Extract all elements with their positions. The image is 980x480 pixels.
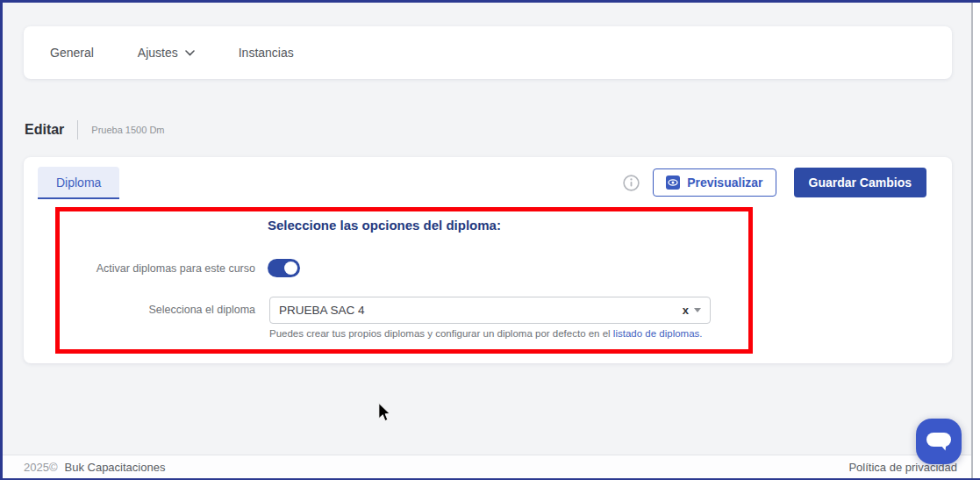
toggle-field-label: Activar diplomas para este curso — [50, 262, 255, 275]
diploma-panel: Diploma Previsualizar — [24, 157, 952, 363]
preview-button[interactable]: Previsualizar — [653, 168, 776, 197]
window-frame-top — [0, 0, 980, 3]
nav-tab-instancias[interactable]: Instancias — [239, 46, 294, 60]
section-heading: Seleccione las opciones del diploma: — [268, 218, 501, 233]
save-changes-label: Guardar Cambios — [809, 176, 912, 190]
preview-button-label: Previsualizar — [687, 176, 762, 190]
mouse-cursor — [377, 403, 391, 426]
nav-tab-ajustes[interactable]: Ajustes — [138, 46, 195, 60]
footer-year: 2025© — [24, 461, 58, 474]
chat-bubble-icon — [925, 430, 953, 454]
clear-selection-icon[interactable]: x — [677, 304, 694, 317]
nav-tab-instancias-label: Instancias — [239, 46, 294, 60]
chat-launcher-button[interactable] — [916, 419, 962, 464]
footer-company: Buk Capacitaciones — [65, 461, 166, 474]
help-text-body: Puedes crear tus propios diplomas y conf… — [269, 328, 613, 339]
activate-diplomas-toggle[interactable] — [268, 259, 300, 277]
diploma-list-link[interactable]: listado de diplomas. — [613, 328, 703, 339]
breadcrumb: Editar Prueba 1500 Dm — [25, 120, 165, 140]
diploma-select[interactable]: PRUEBA SAC 4 x — [269, 297, 711, 324]
diploma-select-value: PRUEBA SAC 4 — [270, 304, 677, 317]
course-name: Prueba 1500 Dm — [91, 125, 164, 135]
chevron-down-icon — [185, 50, 195, 56]
select-help-text: Puedes crear tus propios diplomas y conf… — [269, 328, 703, 339]
window-frame-left — [0, 0, 3, 480]
eye-preview-icon — [666, 176, 680, 190]
save-changes-button[interactable]: Guardar Cambios — [794, 168, 926, 197]
caret-down-icon[interactable] — [694, 308, 701, 312]
panel-actions: Previsualizar Guardar Cambios — [623, 168, 926, 197]
footer: 2025© Buk Capacitaciones Política de pri… — [3, 455, 971, 478]
nav-tab-general[interactable]: General — [50, 46, 94, 60]
top-navigation: General Ajustes Instancias — [24, 26, 952, 79]
tab-diploma-label: Diploma — [56, 176, 101, 190]
app-window: General Ajustes Instancias Editar Prueba… — [0, 0, 980, 480]
toggle-knob — [284, 261, 297, 275]
nav-tab-ajustes-label: Ajustes — [138, 46, 178, 60]
select-field-label: Selecciona el diploma — [50, 304, 255, 316]
breadcrumb-divider — [77, 120, 78, 140]
info-icon[interactable] — [623, 175, 640, 191]
tab-diploma[interactable]: Diploma — [38, 167, 119, 199]
right-edge-line — [971, 3, 973, 478]
page-title: Editar — [25, 122, 64, 138]
right-gutter — [973, 3, 980, 478]
footer-copyright: 2025© Buk Capacitaciones — [24, 461, 165, 474]
nav-tab-general-label: General — [50, 46, 94, 60]
